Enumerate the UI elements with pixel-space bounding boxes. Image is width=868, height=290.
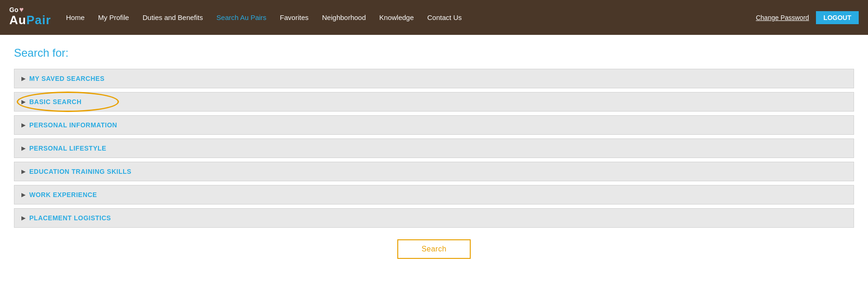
nav-item-search-au-pairs[interactable]: Search Au Pairs <box>211 11 272 24</box>
accordion-label-personal-lifestyle: PERSONAL LIFESTYLE <box>29 145 106 152</box>
accordion-label-my-saved-searches: MY SAVED SEARCHES <box>29 75 105 82</box>
search-button-container: Search <box>14 239 854 268</box>
accordion-arrow-icon: ▶ <box>21 191 26 198</box>
accordion-section-personal-information[interactable]: ▶PERSONAL INFORMATION <box>14 115 854 135</box>
accordion-arrow-icon: ▶ <box>21 75 26 82</box>
header-right: Change Password LOGOUT <box>756 11 859 24</box>
main-nav: HomeMy ProfileDuties and BenefitsSearch … <box>60 11 467 24</box>
accordion-section-basic-search[interactable]: ▶BASIC SEARCH <box>14 92 854 112</box>
nav-item-duties[interactable]: Duties and Benefits <box>137 11 209 24</box>
logo-heart-icon: ♥ <box>19 6 24 13</box>
search-button[interactable]: Search <box>397 239 471 259</box>
accordion-arrow-icon: ▶ <box>21 122 26 128</box>
accordion-label-personal-information: PERSONAL INFORMATION <box>29 121 117 129</box>
nav-item-contact-us[interactable]: Contact Us <box>422 11 467 24</box>
logo[interactable]: Go ♥ AuPair <box>9 6 49 29</box>
nav-item-favorites[interactable]: Favorites <box>274 11 314 24</box>
nav-item-my-profile[interactable]: My Profile <box>92 11 135 24</box>
nav-item-home[interactable]: Home <box>60 11 90 24</box>
logo-go-text: Go <box>9 7 18 13</box>
nav-item-neighborhood[interactable]: Neighborhood <box>316 11 371 24</box>
accordion-section-placement-logistics[interactable]: ▶PLACEMENT LOGISTICS <box>14 208 854 228</box>
logo-au-text: Au <box>9 13 26 27</box>
accordion-arrow-icon: ▶ <box>21 215 26 221</box>
accordion-arrow-icon: ▶ <box>21 145 26 152</box>
main-content: Search for: ▶MY SAVED SEARCHES▶BASIC SEA… <box>0 35 868 280</box>
accordion-section-my-saved-searches[interactable]: ▶MY SAVED SEARCHES <box>14 69 854 88</box>
accordion-section-work-experience[interactable]: ▶WORK EXPERIENCE <box>14 185 854 204</box>
accordion-arrow-icon: ▶ <box>21 99 26 105</box>
change-password-link[interactable]: Change Password <box>756 14 809 21</box>
accordion-label-education-training-skills: EDUCATION TRAINING SKILLS <box>29 168 132 175</box>
page-title: Search for: <box>14 46 854 59</box>
accordion-section-education-training-skills[interactable]: ▶EDUCATION TRAINING SKILLS <box>14 162 854 181</box>
logout-button[interactable]: LOGOUT <box>816 11 859 24</box>
accordion-list: ▶MY SAVED SEARCHES▶BASIC SEARCH▶PERSONAL… <box>14 69 854 228</box>
header: Go ♥ AuPair HomeMy ProfileDuties and Ben… <box>0 0 868 35</box>
accordion-label-basic-search: BASIC SEARCH <box>29 98 82 105</box>
accordion-label-work-experience: WORK EXPERIENCE <box>29 191 97 198</box>
accordion-label-placement-logistics: PLACEMENT LOGISTICS <box>29 214 111 222</box>
nav-item-knowledge[interactable]: Knowledge <box>374 11 419 24</box>
accordion-arrow-icon: ▶ <box>21 168 26 175</box>
logo-pair-text: Pair <box>26 13 51 27</box>
accordion-section-personal-lifestyle[interactable]: ▶PERSONAL LIFESTYLE <box>14 138 854 158</box>
